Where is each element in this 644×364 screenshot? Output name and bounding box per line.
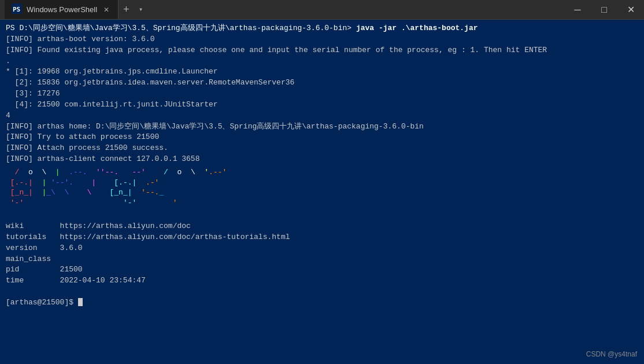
info-tutorials: tutorials https://arthas.aliyun.com/doc/… xyxy=(6,232,638,243)
minimize-button[interactable]: ─ xyxy=(564,0,591,19)
info-version: version 3.6.0 xyxy=(6,243,638,254)
active-tab[interactable]: PS Windows PowerShell ✕ xyxy=(5,0,119,19)
info-wiki: wiki https://arthas.aliyun.com/doc xyxy=(6,221,638,232)
powershell-icon: PS xyxy=(12,3,22,16)
info-line-3: . xyxy=(6,56,638,67)
ascii-row-2: [.-.| | '--'. | [.-.| .-' xyxy=(6,178,638,188)
user-input: 4 xyxy=(6,111,638,122)
tab-bar: PS Windows PowerShell ✕ + ▾ xyxy=(5,0,147,19)
close-button[interactable]: ✕ xyxy=(617,0,644,19)
ascii-row-1: / o \ | .--. ''--. --' / o \ '.--' xyxy=(6,167,638,178)
info-attach2: [INFO] Attach process 21500 success. xyxy=(6,143,638,154)
info-attach1: [INFO] Try to attach process 21500 xyxy=(6,132,638,143)
info-time: time 2022-04-10 23:54:47 xyxy=(6,275,638,286)
info-pid: pid 21500 xyxy=(6,264,638,275)
new-tab-button[interactable]: + xyxy=(119,0,134,19)
tab-title: Windows PowerShell xyxy=(27,5,97,14)
info-line-2: [INFO] Found existing java process, plea… xyxy=(6,45,638,56)
arthas-ascii-logo: / o \ | .--. ''--. --' / o \ '.--' [.-.|… xyxy=(6,167,638,208)
process-1: * [1]: 19968 org.jetbrains.jps.cmdline.L… xyxy=(6,67,638,78)
blank-line-1 xyxy=(6,210,638,221)
info-home: [INFO] arthas home: D:\同步空间\糖果墙\Java学习\3… xyxy=(6,122,638,133)
process-4: [4]: 21500 com.intellij.rt.junit.JUnitSt… xyxy=(6,100,638,111)
info-line-1: [INFO] arthas-boot version: 3.6.0 xyxy=(6,34,638,45)
ascii-row-3: [_n_| |_\ \ \ [_n_| '--._ xyxy=(6,187,638,198)
window-controls: ─ □ ✕ xyxy=(564,0,644,19)
svg-text:PS: PS xyxy=(13,6,20,13)
ascii-row-4: '-' '-' ' xyxy=(6,198,638,208)
command-line: PS D:\同步空间\糖果墙\Java学习\3.5、Spring高级四十九讲\a… xyxy=(6,23,638,34)
prompt: PS D:\同步空间\糖果墙\Java学习\3.5、Spring高级四十九讲\a… xyxy=(6,24,351,32)
cursor xyxy=(78,298,83,306)
maximize-button[interactable]: □ xyxy=(591,0,617,19)
titlebar: PS Windows PowerShell ✕ + ▾ ─ □ ✕ xyxy=(0,0,644,20)
process-3: [3]: 17276 xyxy=(6,89,638,100)
blank-line-2 xyxy=(6,286,638,297)
final-prompt-line: [arthas@21500]$ xyxy=(6,297,638,308)
watermark: CSDN @ys4tnaf xyxy=(586,350,637,359)
command: java -jar .\arthas-boot.jar xyxy=(356,24,478,32)
info-connect: [INFO] arthas-client connect 127.0.0.1 3… xyxy=(6,154,638,165)
tab-close-button[interactable]: ✕ xyxy=(102,5,111,14)
tab-dropdown-button[interactable]: ▾ xyxy=(134,0,147,19)
info-main-class: main_class xyxy=(6,254,638,265)
process-2: [2]: 15836 org.jetbrains.idea.maven.serv… xyxy=(6,78,638,89)
terminal-area[interactable]: PS D:\同步空间\糖果墙\Java学习\3.5、Spring高级四十九讲\a… xyxy=(0,20,644,364)
arthas-prompt: [arthas@21500]$ xyxy=(6,298,78,307)
